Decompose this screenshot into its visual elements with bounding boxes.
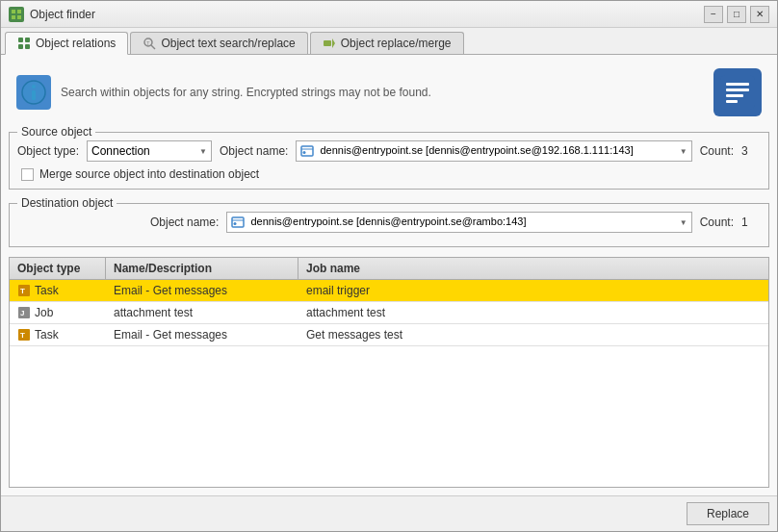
svg-point-14 — [32, 85, 36, 89]
tab-object-relations[interactable]: Object relations — [5, 32, 128, 55]
merge-checkbox-row: Merge source object into destination obj… — [17, 167, 761, 181]
object-name-label: Object name: — [220, 144, 288, 158]
svg-point-24 — [303, 151, 306, 154]
dest-name-select[interactable]: dennis@entrypoint.se [dennis@entrypoint.… — [226, 212, 691, 233]
svg-rect-19 — [726, 89, 749, 91]
destination-object-group: Destination object Object name: dennis@e… — [9, 203, 769, 247]
dest-name-value: dennis@entrypoint.se [dennis@entrypoint.… — [231, 215, 526, 229]
tab-bar: Object relations T Object text search/re… — [1, 28, 777, 55]
svg-rect-21 — [726, 100, 738, 103]
cell-type-2: J Job — [10, 302, 106, 323]
object-type-value: Connection — [91, 144, 150, 158]
svg-rect-18 — [726, 83, 749, 86]
table-row[interactable]: T Task Email - Get messages email trigge… — [10, 280, 768, 302]
svg-rect-20 — [726, 94, 743, 97]
table-body: T Task Email - Get messages email trigge… — [10, 280, 768, 487]
svg-rect-11 — [324, 40, 331, 46]
source-count-value: 3 — [741, 144, 761, 158]
source-name-select[interactable]: dennis@entrypoint.se [dennis@entrypoint.… — [296, 140, 691, 162]
header-name-description: Name/Description — [106, 258, 298, 279]
svg-rect-7 — [25, 44, 30, 49]
svg-rect-6 — [18, 44, 23, 49]
tab-label-relations: Object relations — [36, 37, 116, 50]
tab-label-replace: Object replace/merge — [341, 37, 452, 50]
type-dropdown-arrow: ▼ — [199, 147, 207, 156]
footer: Replace — [1, 495, 777, 531]
svg-rect-1 — [17, 10, 21, 13]
dest-name-row: Object name: dennis@entrypoint.se [denni… — [17, 212, 761, 233]
cell-name-3: Email - Get messages — [106, 324, 298, 345]
dest-name-arrow: ▼ — [680, 218, 687, 227]
window-icon — [9, 7, 24, 22]
table-row[interactable]: J Job attachment test attachment test — [10, 302, 768, 324]
tab-label-text-search: Object text search/replace — [161, 37, 295, 50]
svg-rect-15 — [32, 90, 36, 100]
cell-type-3: T Task — [10, 324, 106, 345]
svg-rect-22 — [301, 146, 313, 156]
svg-rect-17 — [720, 75, 755, 110]
svg-text:T: T — [20, 331, 25, 340]
title-bar: Object finder − □ ✕ — [1, 1, 777, 28]
task-icon-3: T — [17, 328, 31, 342]
maximize-button[interactable]: □ — [727, 6, 746, 23]
source-object-label: Source object — [17, 125, 95, 139]
panel-icon — [713, 68, 762, 116]
info-icon — [16, 75, 51, 110]
svg-line-9 — [151, 45, 155, 49]
svg-rect-0 — [12, 10, 15, 13]
info-text: Search within objects for any string. En… — [61, 86, 431, 99]
merge-checkbox[interactable] — [21, 168, 34, 181]
title-bar-left: Object finder — [9, 7, 95, 22]
cell-job-2: attachment test — [298, 302, 768, 323]
table-header: Object type Name/Description Job name — [10, 258, 768, 280]
tab-icon-text-search: T — [143, 37, 156, 50]
svg-text:J: J — [20, 309, 24, 317]
object-type-select[interactable]: Connection ▼ — [87, 140, 212, 162]
cell-type-1: T Task — [10, 280, 106, 301]
svg-text:T: T — [20, 287, 25, 295]
header-object-type: Object type — [10, 258, 106, 279]
task-icon-1: T — [17, 284, 31, 297]
minimize-button[interactable]: − — [704, 6, 723, 23]
svg-text:T: T — [146, 40, 150, 46]
window-controls: − □ ✕ — [704, 6, 769, 23]
dest-count-label: Count: — [700, 215, 734, 229]
svg-point-27 — [234, 222, 237, 225]
svg-rect-25 — [232, 217, 244, 227]
cell-job-3: Get messages test — [298, 324, 768, 345]
dest-count-value: 1 — [741, 215, 761, 229]
destination-object-label: Destination object — [17, 196, 117, 210]
svg-rect-5 — [25, 38, 30, 42]
info-bar: Search within objects for any string. En… — [9, 63, 769, 122]
close-button[interactable]: ✕ — [750, 6, 769, 23]
cell-job-1: email trigger — [298, 280, 768, 301]
source-count-label: Count: — [700, 144, 734, 158]
svg-marker-12 — [332, 38, 335, 48]
svg-rect-3 — [17, 15, 21, 19]
cell-name-2: attachment test — [106, 302, 298, 323]
job-icon-2: J — [17, 306, 31, 319]
source-object-group: Source object Object type: Connection ▼ … — [9, 132, 769, 190]
main-window: Object finder − □ ✕ Object relations — [0, 0, 778, 532]
replace-button[interactable]: Replace — [687, 502, 769, 525]
source-type-row: Object type: Connection ▼ Object name: d… — [17, 140, 761, 162]
results-table: Object type Name/Description Job name T — [9, 257, 769, 488]
dest-object-name-label: Object name: — [150, 215, 219, 229]
svg-rect-4 — [18, 38, 23, 42]
source-name-arrow: ▼ — [680, 147, 687, 156]
tab-icon-replace — [323, 37, 336, 50]
object-type-label: Object type: — [17, 144, 79, 158]
cell-name-1: Email - Get messages — [106, 280, 298, 301]
tab-object-text-search[interactable]: T Object text search/replace — [130, 32, 307, 54]
window-title: Object finder — [30, 8, 95, 21]
tab-object-replace[interactable]: Object replace/merge — [310, 32, 464, 54]
merge-checkbox-label: Merge source object into destination obj… — [39, 167, 259, 181]
table-row[interactable]: T Task Email - Get messages Get messages… — [10, 324, 768, 346]
source-name-value: dennis@entrypoint.se [dennis@entrypoint.… — [300, 144, 633, 158]
tab-icon-relations — [17, 37, 31, 50]
svg-rect-2 — [12, 15, 15, 19]
header-job-name: Job name — [298, 258, 768, 279]
tab-content: Search within objects for any string. En… — [1, 55, 777, 495]
